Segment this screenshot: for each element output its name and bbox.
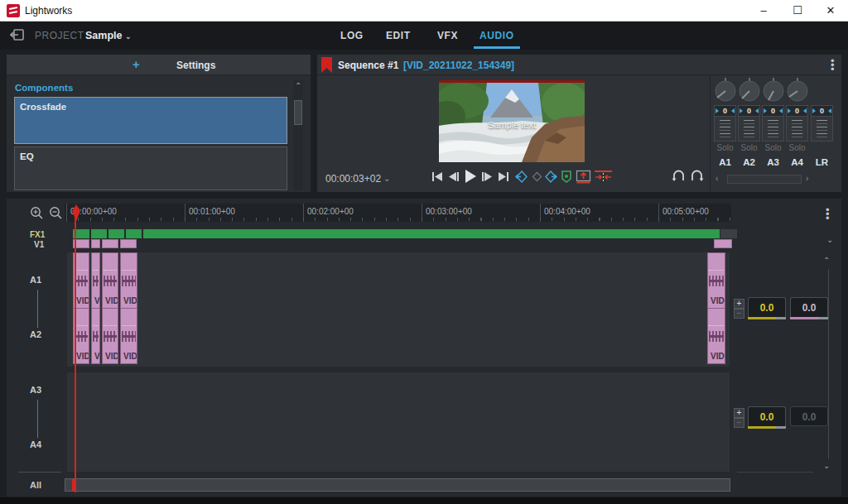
track-label-fx1[interactable]: FX1 [30, 230, 45, 239]
go-to-start-button[interactable] [431, 170, 444, 183]
gain-decrement-button[interactable]: − [734, 418, 744, 428]
clear-mark-icon[interactable] [532, 171, 542, 182]
keeper-icon[interactable] [560, 170, 573, 184]
gain-field-a3a4-left[interactable]: 0.0 [748, 406, 786, 426]
maximize-button[interactable]: ☐ [790, 3, 805, 18]
remove-edit-icon[interactable] [595, 170, 612, 184]
scrollbar-thumb[interactable] [294, 100, 302, 125]
component-item-eq[interactable]: EQ [14, 146, 287, 190]
components-scrollbar[interactable]: ⌃ [293, 80, 303, 190]
playhead-line[interactable] [75, 209, 76, 492]
fader-lr[interactable]: 0 [811, 105, 833, 142]
mark-out-icon[interactable] [544, 170, 558, 184]
spin-left-icon[interactable] [716, 108, 719, 113]
track-label-a4[interactable]: A4 [30, 439, 41, 449]
spin-right-icon[interactable] [779, 108, 783, 113]
video-clip[interactable] [91, 239, 100, 248]
pan-knob-a1[interactable] [714, 77, 737, 105]
gain-increment-button[interactable]: + [734, 299, 744, 309]
redo-icon[interactable] [690, 170, 704, 182]
sequence-clip-ref[interactable]: [VID_20211022_154349] [403, 60, 514, 71]
gain-decrement-button[interactable]: − [734, 309, 744, 319]
spin-right-icon[interactable] [828, 108, 831, 113]
timeline-menu-icon[interactable]: ••• [826, 208, 829, 220]
timeline-overview-scrollbar[interactable] [65, 478, 730, 492]
mixer-scroll-left-icon[interactable]: ‹ [716, 174, 718, 183]
audio-clip[interactable]: VID_ VID_ [91, 252, 100, 364]
fader-a3[interactable]: 0 [762, 105, 784, 142]
tracks-scroll-up-icon[interactable]: ⌃ [823, 257, 830, 265]
tab-edit[interactable]: EDIT [386, 30, 411, 41]
insert-edit-icon[interactable] [576, 170, 591, 184]
tracks-scrollbar[interactable] [828, 269, 829, 459]
track-label-all[interactable]: All [30, 480, 41, 490]
timeline-ruler[interactable]: 00:00:00+00 00:01:00+00 00:02:00+00 00:0… [65, 204, 731, 222]
clip-label: VID_ [711, 296, 725, 305]
project-name: Sample [85, 30, 122, 41]
undo-icon[interactable] [672, 170, 686, 182]
track-label-a2[interactable]: A2 [30, 329, 41, 339]
chevron-down-icon: ⌄ [125, 32, 132, 41]
exit-project-icon[interactable] [10, 28, 25, 45]
playhead-marker[interactable] [71, 204, 81, 226]
tab-log[interactable]: LOG [340, 30, 364, 41]
minor-ticks [66, 218, 731, 221]
play-button[interactable] [463, 169, 478, 184]
project-name-dropdown[interactable]: Sample ⌄ [85, 30, 132, 41]
zoom-in-icon[interactable] [30, 206, 43, 223]
step-back-button[interactable] [447, 170, 460, 183]
solo-button-a2[interactable]: Solo [738, 143, 760, 152]
track-label-v1[interactable]: V1 [34, 240, 44, 249]
gain-field-a1a2-left[interactable]: 0.0 [748, 297, 786, 317]
spin-right-icon[interactable] [803, 108, 807, 113]
solo-button-a3[interactable]: Solo [762, 143, 784, 152]
timecode-display[interactable]: 00:00:03+02 [325, 173, 381, 185]
go-to-end-button[interactable] [497, 170, 509, 183]
scroll-up-icon[interactable]: ⌃ [295, 82, 301, 90]
spin-right-icon[interactable] [731, 108, 735, 113]
tracks-scroll-down-icon[interactable]: ⌄ [823, 462, 830, 470]
audio-clip[interactable]: VID_ VID_ [707, 252, 725, 364]
pan-knob-a2[interactable] [738, 77, 761, 105]
solo-button-a4[interactable]: Solo [786, 143, 808, 152]
spin-left-icon[interactable] [764, 108, 767, 113]
mixer-scrollbar[interactable] [727, 175, 802, 184]
close-button[interactable]: ✕ [823, 3, 838, 18]
track-label-a3[interactable]: A3 [30, 385, 41, 395]
tab-vfx[interactable]: VFX [437, 30, 458, 41]
audio-clip[interactable]: VID_ VID_ [102, 252, 118, 364]
gain-increment-button[interactable]: + [734, 408, 744, 418]
spin-left-icon[interactable] [788, 108, 791, 113]
spin-right-icon[interactable] [755, 108, 759, 113]
fx-clip[interactable] [73, 229, 720, 238]
pan-knob-a4[interactable] [786, 77, 809, 105]
track-label-a1[interactable]: A1 [30, 275, 41, 285]
pan-knob-a3[interactable] [762, 77, 785, 105]
sequence-menu-icon[interactable]: ••• [831, 59, 834, 71]
ruler-label: 00:05:00+00 [662, 207, 709, 216]
fader-a2[interactable]: 0 [738, 105, 760, 142]
component-item-crossfade[interactable]: Crossfade [14, 97, 287, 144]
zoom-out-icon[interactable] [49, 206, 62, 223]
step-forward-button[interactable] [481, 170, 494, 183]
fader-a4[interactable]: 0 [786, 105, 808, 142]
solo-button-a1[interactable]: Solo [714, 143, 736, 152]
tab-audio[interactable]: AUDIO [479, 30, 514, 41]
fader-a1[interactable]: 0 [714, 105, 736, 142]
video-clip[interactable] [714, 239, 732, 248]
sequence-bookmark-icon[interactable] [321, 57, 332, 76]
spin-left-icon[interactable] [740, 108, 743, 113]
minimize-button[interactable]: – [756, 3, 771, 18]
video-clip[interactable] [120, 239, 137, 248]
mark-in-icon[interactable] [514, 170, 528, 184]
timecode-dropdown-icon[interactable]: ⌄ [383, 175, 390, 183]
mixer-scroll-right-icon[interactable]: › [806, 174, 808, 183]
spin-left-icon[interactable] [812, 108, 816, 113]
gain-field-a1a2-right[interactable]: 0.0 [790, 297, 828, 317]
audio-clip[interactable]: VID_ VID_ [120, 252, 137, 364]
video-clip[interactable] [102, 239, 118, 248]
add-component-button[interactable]: + [132, 57, 140, 71]
settings-tab[interactable]: Settings [176, 60, 215, 71]
fx-clip-stub[interactable] [720, 229, 737, 238]
video-tracks-collapse-icon[interactable]: ⌄ [826, 236, 833, 244]
